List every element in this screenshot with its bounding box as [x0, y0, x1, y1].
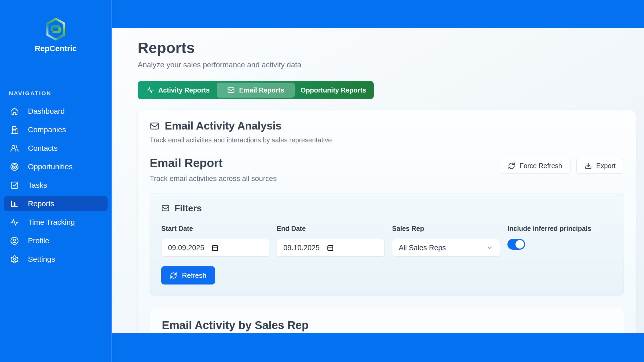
analysis-card-title: Email Activity Analysis [165, 120, 281, 132]
report-tabs: Activity Reports Email Reports Opportuni… [138, 81, 374, 99]
refresh-icon [508, 162, 515, 169]
export-button[interactable]: Export [576, 158, 624, 173]
calendar-icon[interactable] [327, 244, 334, 252]
sidebar-item-label: Time Tracking [28, 218, 75, 227]
sidebar-nav: Dashboard Companies Contacts Opportuniti… [0, 104, 111, 267]
analysis-card-subtitle: Track email activities and interactions … [150, 136, 624, 144]
app-name: RepCentric [35, 44, 77, 53]
chevron-down-icon [486, 244, 493, 251]
repcentric-logo-icon [45, 17, 67, 40]
sidebar-item-reports[interactable]: Reports [4, 196, 108, 211]
email-activity-by-rep-card: Email Activity by Sales Rep Summary of e… [150, 308, 624, 333]
activity-section-title: Email Activity by Sales Rep [162, 319, 612, 332]
start-date-value: 09.09.2025 [168, 244, 204, 252]
page-title: Reports [138, 39, 636, 56]
check-square-icon [10, 181, 19, 190]
activity-icon [147, 86, 154, 94]
sidebar-item-profile[interactable]: Profile [4, 233, 108, 248]
email-report-title: Email Report [150, 156, 277, 170]
sidebar-item-time-tracking[interactable]: Time Tracking [4, 215, 108, 230]
sidebar-item-label: Tasks [28, 181, 47, 190]
end-date-input[interactable]: 09.10.2025 [277, 239, 385, 257]
sidebar-item-label: Profile [28, 237, 49, 245]
force-refresh-label: Force Refresh [519, 162, 562, 170]
gear-icon [10, 255, 19, 264]
building-icon [10, 125, 19, 134]
refresh-label: Refresh [182, 271, 206, 280]
tab-label: Activity Reports [158, 86, 210, 94]
mail-icon [150, 121, 159, 131]
toggle-knob [515, 240, 524, 249]
include-inferred-label: Include inferred principals [507, 225, 591, 232]
sales-rep-select[interactable]: All Sales Reps [392, 239, 500, 257]
sidebar-item-label: Dashboard [28, 107, 65, 116]
tab-label: Email Reports [239, 86, 284, 94]
mail-icon [227, 86, 235, 94]
sidebar-item-tasks[interactable]: Tasks [4, 178, 108, 193]
sidebar-item-settings[interactable]: Settings [4, 252, 108, 267]
sidebar-item-label: Settings [28, 255, 55, 264]
user-circle-icon [10, 237, 19, 245]
start-date-input[interactable]: 09.09.2025 [161, 239, 269, 257]
main-content: Reports Analyze your sales performance a… [112, 28, 644, 333]
sales-rep-label: Sales Rep [392, 225, 500, 232]
sidebar-item-label: Companies [28, 125, 66, 134]
sidebar: RepCentric NAVIGATION Dashboard Companie… [0, 0, 112, 362]
target-icon [10, 162, 19, 171]
mail-icon [161, 204, 170, 212]
filters-title: Filters [174, 203, 202, 213]
activity-icon [10, 218, 19, 227]
include-inferred-principals-toggle[interactable] [507, 239, 525, 250]
sidebar-item-companies[interactable]: Companies [4, 122, 108, 137]
tab-label: Opportunity Reports [301, 86, 366, 94]
sidebar-item-label: Contacts [28, 144, 58, 153]
page-subtitle: Analyze your sales performance and activ… [138, 61, 636, 69]
filters-card: Filters Start Date 09.09.2025 End Date 0… [150, 193, 624, 295]
sidebar-item-dashboard[interactable]: Dashboard [4, 104, 108, 119]
sales-rep-value: All Sales Reps [399, 244, 446, 252]
sidebar-item-label: Opportunities [28, 162, 73, 171]
download-icon [585, 162, 592, 169]
tab-email-reports[interactable]: Email Reports [217, 83, 294, 98]
users-icon [10, 144, 19, 153]
refresh-icon [170, 272, 177, 279]
tab-activity-reports[interactable]: Activity Reports [139, 83, 217, 98]
end-date-label: End Date [277, 225, 385, 232]
sidebar-item-contacts[interactable]: Contacts [4, 141, 108, 156]
bar-chart-icon [10, 200, 19, 208]
sidebar-item-label: Reports [28, 200, 54, 208]
app-logo[interactable]: RepCentric [0, 0, 111, 78]
sidebar-item-opportunities[interactable]: Opportunities [4, 159, 108, 174]
email-activity-analysis-card: Email Activity Analysis Track email acti… [138, 110, 636, 333]
refresh-button[interactable]: Refresh [161, 266, 215, 285]
calendar-icon[interactable] [211, 244, 219, 252]
nav-section-label: NAVIGATION [9, 90, 111, 97]
tab-opportunity-reports[interactable]: Opportunity Reports [295, 83, 372, 98]
force-refresh-button[interactable]: Force Refresh [500, 158, 570, 173]
export-label: Export [596, 162, 616, 170]
home-icon [10, 107, 19, 116]
start-date-label: Start Date [161, 225, 269, 232]
email-report-subtitle: Track email activities across all source… [150, 175, 277, 183]
end-date-value: 09.10.2025 [283, 244, 320, 252]
